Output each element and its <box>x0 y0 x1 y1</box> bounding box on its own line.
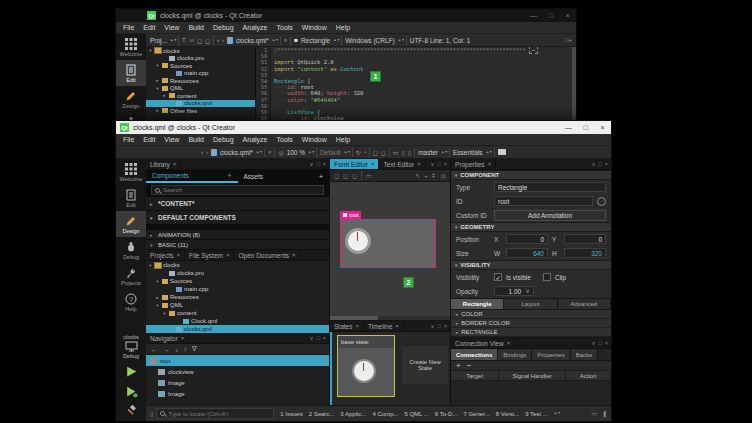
menu-item[interactable]: View <box>160 136 183 143</box>
snap-grid-icon[interactable]: ◻ <box>352 172 357 179</box>
snap-anchors-icon[interactable]: ◻ <box>343 172 348 179</box>
tab-navigator[interactable]: Navigator× <box>146 333 189 343</box>
debug-run-button[interactable] <box>116 381 146 401</box>
mode-design[interactable]: Design <box>116 211 146 237</box>
output-pane-button[interactable]: 6 To-D... <box>432 411 461 417</box>
tab-components[interactable]: Components+ <box>146 170 238 183</box>
tree-item[interactable]: ▾ QML <box>146 301 329 309</box>
close-panel-icon[interactable]: × <box>605 161 608 167</box>
close-icon[interactable]: × <box>507 340 511 346</box>
root-rectangle[interactable] <box>340 219 436 268</box>
output-pane-button[interactable]: 4 Comp... <box>369 411 401 417</box>
canvas-hscrollbar[interactable] <box>330 316 450 320</box>
menu-item[interactable]: View <box>160 24 183 31</box>
float-panel-icon[interactable]: □ <box>437 161 440 167</box>
section-geometry[interactable]: ▾GEOMETRY <box>451 222 611 232</box>
output-pane-button[interactable]: 7 Gener... <box>460 411 492 417</box>
component-section-header[interactable]: ▸ ANIMATION (8) <box>146 230 329 240</box>
filter-icon[interactable]: T. <box>182 37 187 43</box>
build-button[interactable] <box>116 401 146 421</box>
navigator-item[interactable]: root <box>146 355 329 366</box>
output-pane-button[interactable]: 3 Applic... <box>337 411 369 417</box>
connection-subtab[interactable]: Bindings <box>498 349 532 360</box>
close-panel-icon[interactable]: × <box>444 323 447 329</box>
tree-item[interactable]: ▸ content <box>146 92 255 100</box>
section-visibility[interactable]: ▾VISIBILITY <box>451 260 611 270</box>
open-document-selector[interactable]: clocks.qml* <box>220 149 253 156</box>
mode-debug[interactable]: Debug <box>116 237 146 263</box>
line-ending-selector[interactable]: Windows (CRLF) <box>345 37 394 44</box>
close-icon[interactable]: × <box>417 161 421 167</box>
navigator-item[interactable]: Image <box>146 388 329 399</box>
chevron-down-icon[interactable]: ∨ <box>591 161 595 167</box>
float-panel-icon[interactable]: □ <box>598 340 601 346</box>
close-icon[interactable]: × <box>173 161 177 167</box>
move-right-icon[interactable]: → <box>163 346 170 353</box>
editor-split-icon[interactable]: □+ <box>565 37 572 43</box>
float-panel-icon[interactable]: □ <box>437 323 440 329</box>
tab-form-editor[interactable]: Form Editor× <box>330 159 379 169</box>
id-field[interactable]: root <box>494 196 593 206</box>
menu-item[interactable]: Tools <box>273 136 297 143</box>
style-selector[interactable]: Default <box>320 149 341 156</box>
tree-item[interactable]: Clock.qml <box>146 317 329 325</box>
chevron-down-icon[interactable]: ∨ <box>430 161 434 167</box>
add-icon[interactable]: + <box>319 173 323 180</box>
menu-item[interactable]: File <box>119 24 138 31</box>
chevron-down-icon[interactable]: ∨ <box>309 161 313 167</box>
back-nav-icon[interactable]: ‹ <box>201 149 203 155</box>
close-icon[interactable]: × <box>355 323 359 329</box>
close-panel-icon[interactable]: × <box>323 161 326 167</box>
close-icon[interactable]: × <box>181 335 185 341</box>
tree-item[interactable]: ▾ Sources <box>146 62 255 70</box>
zoom-steps-icon[interactable]: ▲▼ <box>432 173 437 179</box>
property-section-header[interactable]: ▸ RECTANGLE <box>451 328 611 337</box>
menu-item[interactable]: Build <box>184 136 208 143</box>
form-editor-canvas[interactable]: root 2 <box>330 182 450 320</box>
mode-welcome[interactable]: Welcome <box>116 34 146 60</box>
remove-connection-button[interactable]: − <box>467 361 472 370</box>
chevron-down-icon[interactable]: ∨ <box>430 323 434 329</box>
category-tab[interactable]: Rectangle <box>451 299 504 309</box>
menu-item[interactable]: Window <box>298 136 331 143</box>
panel-icon[interactable]: ◻ <box>205 37 210 44</box>
root-item-tag[interactable]: root <box>340 211 361 219</box>
close-button[interactable]: × <box>594 124 611 131</box>
output-pane-button[interactable]: 5 QML ... <box>401 411 431 417</box>
output-pane-button[interactable]: 8 Versi... <box>493 411 522 417</box>
progress-icon[interactable]: ▭ <box>591 410 597 417</box>
clock-face[interactable] <box>345 228 371 254</box>
close-icon[interactable]: × <box>292 252 296 258</box>
size-h-field[interactable]: 320 <box>564 248 606 258</box>
section-component[interactable]: ▾COMPONENT <box>451 170 611 180</box>
tab-timeline[interactable]: Timeline× <box>364 321 404 331</box>
locator-input[interactable]: Type to locate (Ctrl+K) <box>156 408 274 419</box>
connection-subtab[interactable]: Properties <box>532 349 570 360</box>
move-up-icon[interactable]: ↑ <box>184 346 188 353</box>
workspace-selector[interactable]: Essentials <box>453 149 483 156</box>
chevron-down-icon[interactable]: ∨ <box>591 340 595 346</box>
tree-item[interactable]: clocks.qml <box>146 325 329 333</box>
close-icon[interactable]: × <box>488 161 492 167</box>
encoding-cursor-position[interactable]: UTF-8 Line: 1, Col: 1 <box>410 37 470 44</box>
tree-item[interactable]: ▸ Resources <box>146 77 255 85</box>
menu-item[interactable]: File <box>119 136 138 143</box>
layout-icon[interactable]: ▯ <box>402 149 405 156</box>
sync-icon[interactable]: ↻ <box>356 149 361 156</box>
panel-tab[interactable]: File System× <box>185 250 234 260</box>
float-panel-icon[interactable]: □ <box>316 335 319 341</box>
forward-nav-icon[interactable]: › <box>222 37 224 43</box>
category-tab[interactable]: Layout <box>504 299 557 309</box>
panel-tab[interactable]: Projects× <box>146 250 185 260</box>
close-button[interactable]: × <box>559 12 576 19</box>
menu-item[interactable]: Debug <box>209 24 238 31</box>
show-bounds-icon[interactable]: ▭ <box>366 172 372 179</box>
menu-item[interactable]: Help <box>332 24 354 31</box>
project-selector[interactable]: Proj... <box>150 37 167 44</box>
front-titlebar[interactable]: Qt clocks.qml @ clocks - Qt Creator — □ … <box>116 121 611 134</box>
float-panel-icon[interactable]: □ <box>598 161 601 167</box>
maximize-button[interactable]: □ <box>577 124 594 131</box>
output-pane-button[interactable]: 1 Issues <box>277 411 305 417</box>
clip-checkbox[interactable] <box>543 273 551 281</box>
annotation-badge-1[interactable]: 1 <box>370 71 381 82</box>
